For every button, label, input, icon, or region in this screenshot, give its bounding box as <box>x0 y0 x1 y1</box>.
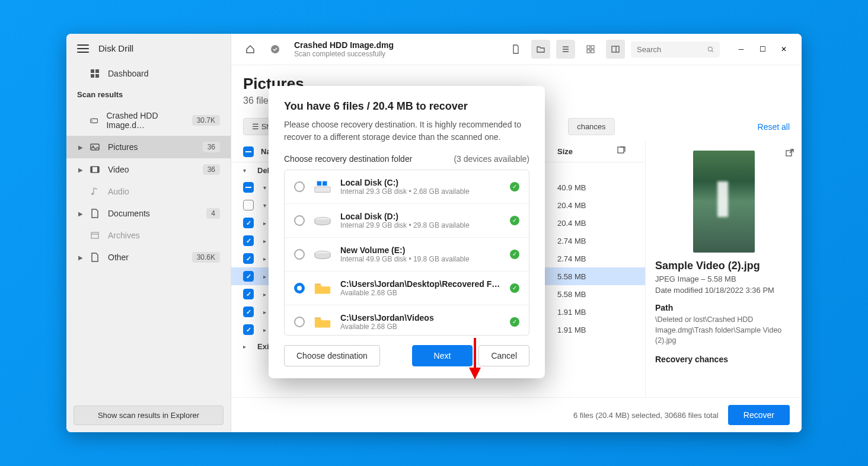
radio-button[interactable] <box>294 283 305 293</box>
grid-view-icon[interactable] <box>581 40 600 59</box>
detail-path: \Deleted or lost\Crashed HDD Image.dmg\T… <box>655 315 792 346</box>
svg-rect-28 <box>315 187 330 192</box>
sidebar-item-audio[interactable]: Audio <box>66 181 231 202</box>
svg-rect-12 <box>91 232 98 238</box>
search-input[interactable] <box>637 45 703 54</box>
destination-item[interactable]: C:\Users\Jordan\Desktop\Recovered Files … <box>285 272 529 305</box>
column-size[interactable]: Size <box>557 147 617 156</box>
destination-name: New Volume (E:) <box>340 245 502 255</box>
sidebar-item-label: Documents <box>108 209 150 218</box>
detail-recovery-label: Recovery chances <box>655 355 792 364</box>
choose-destination-button[interactable]: Choose destination <box>284 345 380 366</box>
panel-view-icon[interactable] <box>606 40 625 59</box>
file-size: 1.91 MB <box>557 325 617 334</box>
svg-rect-27 <box>786 151 792 156</box>
chances-filter-button[interactable]: chances <box>568 118 614 135</box>
row-checkbox[interactable] <box>243 307 254 317</box>
sidebar-item-pictures[interactable]: ▶ Pictures 36 <box>66 136 231 158</box>
audio-icon <box>90 187 100 196</box>
modal-subhead: Choose recovery destination folder <box>284 154 412 164</box>
drive-icon <box>313 245 332 264</box>
radio-button[interactable] <box>294 181 305 192</box>
chevron-down-icon[interactable]: ▾ <box>243 167 253 174</box>
sidebar-item-archives[interactable]: Archives <box>66 225 231 246</box>
destination-detail: Available 2.68 GB <box>340 289 502 297</box>
cancel-button[interactable]: Cancel <box>478 345 529 366</box>
destination-item[interactable]: New Volume (E:) Internal 49.9 GB disk • … <box>285 238 529 272</box>
destination-name: Local Disk (C:) <box>340 178 502 187</box>
next-button[interactable]: Next <box>412 345 473 366</box>
check-icon: ✓ <box>510 283 519 293</box>
row-checkbox[interactable] <box>243 289 254 299</box>
drive-icon <box>90 116 98 125</box>
chevron-right-icon[interactable]: ▸ <box>243 343 253 350</box>
sidebar-item-label: Pictures <box>108 142 138 152</box>
destination-item[interactable]: Local Disk (D:) Internal 29.9 GB disk • … <box>285 204 529 238</box>
destination-name: C:\Users\Jordan\Videos <box>340 313 502 323</box>
toolbar: Crashed HDD Image.dmg Scan completed suc… <box>231 34 802 65</box>
file-size: 5.58 MB <box>557 272 617 281</box>
svg-rect-29 <box>317 181 322 186</box>
count-badge: 4 <box>206 208 220 219</box>
details-panel: Sample Video (2).jpg JPEG Image – 5.58 M… <box>645 141 802 397</box>
count-badge: 36 <box>203 164 220 175</box>
search-box[interactable] <box>631 42 720 58</box>
sidebar-item-label: Video <box>108 165 129 174</box>
app-title: Disk Drill <box>98 43 133 53</box>
close-button[interactable]: ✕ <box>776 41 792 58</box>
home-icon[interactable] <box>241 40 260 59</box>
check-icon[interactable] <box>266 40 285 59</box>
popout-icon[interactable] <box>785 148 794 160</box>
chevron-right-icon: ▶ <box>78 144 83 151</box>
select-all-checkbox[interactable] <box>243 146 254 157</box>
row-checkbox[interactable] <box>243 200 254 210</box>
sidebar-section-scan: Scan results <box>66 84 231 105</box>
file-icon[interactable] <box>506 40 525 59</box>
row-checkbox[interactable] <box>243 253 254 264</box>
pictures-icon <box>90 142 100 152</box>
menu-icon[interactable] <box>77 44 89 53</box>
sidebar-item-other[interactable]: ▶ Other 30.6K <box>66 246 231 269</box>
sidebar-item-documents[interactable]: ▶ Documents 4 <box>66 202 231 225</box>
sidebar-item-hdd[interactable]: Crashed HDD Image.d… 30.7K <box>66 105 231 136</box>
row-checkbox[interactable] <box>243 324 254 335</box>
svg-rect-9 <box>91 167 92 173</box>
destination-item[interactable]: C:\Users\Jordan\Videos Available 2.68 GB… <box>285 305 529 336</box>
scan-title: Crashed HDD Image.dmg <box>294 40 394 50</box>
show-in-explorer-button[interactable]: Show scan results in Explorer <box>74 406 224 425</box>
list-view-icon[interactable] <box>556 40 575 59</box>
row-checkbox[interactable] <box>243 271 254 282</box>
reset-all-link[interactable]: Reset all <box>758 122 790 132</box>
radio-button[interactable] <box>294 249 305 260</box>
folder-icon <box>313 279 332 298</box>
svg-rect-0 <box>91 69 94 73</box>
row-checkbox[interactable] <box>243 218 254 228</box>
footer: 6 files (20.4 MB) selected, 30686 files … <box>231 397 802 432</box>
minimize-button[interactable]: ─ <box>733 41 749 58</box>
radio-button[interactable] <box>294 317 305 327</box>
svg-line-25 <box>712 50 713 52</box>
popout-icon[interactable] <box>617 146 633 157</box>
destination-list: Local Disk (C:) Internal 29.3 GB disk • … <box>284 170 529 336</box>
app-window: Disk Drill Dashboard Scan results Crashe… <box>66 34 802 432</box>
scan-subtitle: Scan completed successfully <box>294 50 394 58</box>
row-checkbox[interactable] <box>243 235 254 246</box>
destination-detail: Available 2.68 GB <box>340 323 502 331</box>
radio-button[interactable] <box>294 215 305 226</box>
file-size: 5.58 MB <box>557 290 617 299</box>
destination-detail: Internal 29.3 GB disk • 2.68 GB availabl… <box>340 187 502 196</box>
sidebar-item-dashboard[interactable]: Dashboard <box>66 63 231 84</box>
check-icon: ✓ <box>510 216 519 225</box>
folder-view-icon[interactable] <box>531 40 550 59</box>
svg-point-11 <box>91 193 94 195</box>
destination-detail: Internal 49.9 GB disk • 19.8 GB availabl… <box>340 255 502 263</box>
recover-button[interactable]: Recover <box>728 405 790 425</box>
row-checkbox[interactable] <box>243 182 254 193</box>
svg-rect-18 <box>587 46 590 49</box>
destination-item[interactable]: Local Disk (C:) Internal 29.3 GB disk • … <box>285 170 529 204</box>
destination-name: C:\Users\Jordan\Desktop\Recovered Files <box>340 279 502 289</box>
sidebar-item-video[interactable]: ▶ Video 36 <box>66 158 231 181</box>
maximize-button[interactable]: ☐ <box>754 41 771 58</box>
file-icon <box>90 253 100 262</box>
detail-type: JPEG Image – 5.58 MB <box>655 275 792 283</box>
